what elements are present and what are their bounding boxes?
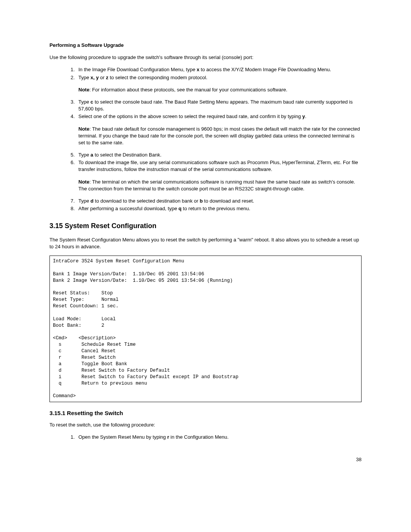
intro-paragraph: Use the following procedure to upgrade t…: [49, 54, 362, 61]
system-reset-paragraph: The System Reset Configuration Menu allo…: [49, 236, 362, 250]
step-5: Type a to select the Destination Bank.: [76, 152, 362, 158]
step-1: In the Image File Download Configuration…: [76, 66, 362, 73]
note-terminal: Note: The terminal on which the serial c…: [78, 179, 362, 192]
reset-step-1: Open the System Reset Menu by typing r i…: [76, 434, 362, 441]
step-8: After performing a successful download, …: [76, 205, 362, 212]
page-number: 38: [49, 456, 362, 463]
reset-steps-list: Open the System Reset Menu by typing r i…: [49, 434, 362, 441]
step-6: To download the image file, use any seri…: [76, 159, 362, 192]
heading-resetting-switch: 3.15.1 Resetting the Switch: [49, 409, 362, 417]
resetting-paragraph: To reset the switch, use the following p…: [49, 422, 362, 428]
step-4: Select one of the options in the above s…: [76, 113, 362, 146]
note-baud: Note: The baud rate default for console …: [78, 126, 362, 147]
step-7: Type d to download to the selected desti…: [76, 198, 362, 204]
heading-system-reset: 3.15 System Reset Configuration: [49, 221, 362, 231]
document-page: Performing a Software Upgrade Use the fo…: [0, 0, 411, 486]
step-2: Type x, y or z to select the correspondi…: [76, 74, 362, 93]
upgrade-steps-list: In the Image File Download Configuration…: [49, 66, 362, 212]
step-3: Type c to select the console baud rate. …: [76, 99, 362, 112]
section-title-upgrade: Performing a Software Upgrade: [49, 42, 362, 49]
note-protocols: Note: For information about these protoc…: [78, 86, 362, 93]
terminal-output: IntraCore 3524 System Reset Configuratio…: [49, 256, 362, 402]
